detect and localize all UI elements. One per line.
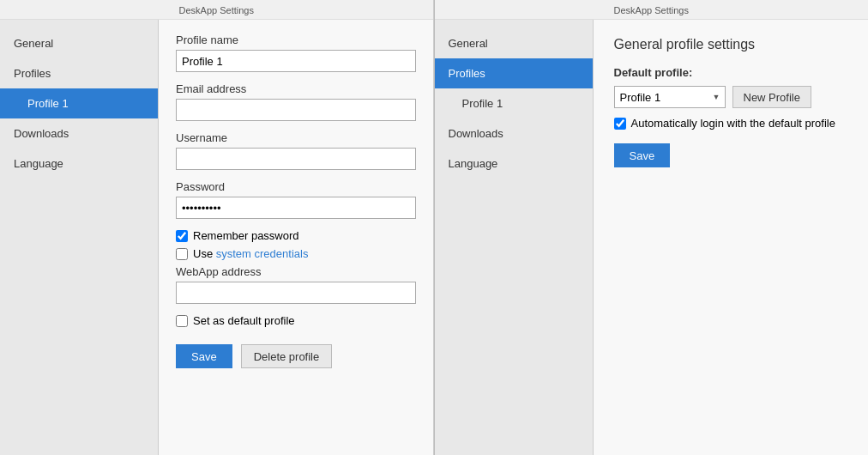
username-label: Username: [176, 131, 416, 144]
set-default-label: Set as default profile: [193, 314, 295, 327]
profile-form: Profile name Email address Username Pass…: [159, 20, 433, 455]
sidebar-item-downloads-label: Downloads: [14, 127, 69, 140]
auto-login-label: Automatically login with the default pro…: [631, 117, 835, 130]
right-sidebar-item-profile1[interactable]: Profile 1: [435, 88, 593, 118]
profile-select[interactable]: Profile 1: [614, 86, 726, 108]
profile-name-input[interactable]: [176, 50, 416, 72]
sidebar-item-language-label: Language: [14, 157, 63, 170]
username-input[interactable]: [176, 148, 416, 170]
auto-login-checkbox[interactable]: [614, 118, 626, 130]
right-sidebar-downloads-label: Downloads: [449, 127, 503, 140]
profile-name-group: Profile name: [176, 33, 416, 72]
new-profile-button[interactable]: New Profile: [732, 86, 811, 108]
right-sidebar-profiles-label: Profiles: [449, 67, 485, 80]
right-sidebar-general-label: General: [449, 37, 488, 50]
use-system-creds-checkbox[interactable]: [176, 248, 188, 260]
password-group: Password: [176, 180, 416, 219]
right-main-content: General profile settings Default profile…: [594, 20, 869, 455]
sidebar-item-profile1[interactable]: Profile 1: [0, 88, 158, 118]
right-sidebar-item-general[interactable]: General: [435, 28, 593, 58]
email-input[interactable]: [176, 99, 416, 121]
right-save-button[interactable]: Save: [614, 143, 671, 167]
delete-profile-button[interactable]: Delete profile: [241, 344, 333, 368]
right-top-bar-title: DeskApp Settings: [614, 5, 689, 15]
right-top-bar: DeskApp Settings: [435, 0, 869, 20]
section-title: General profile settings: [614, 37, 848, 52]
profile-select-wrapper: Profile 1: [614, 86, 726, 108]
webapp-input[interactable]: [176, 282, 416, 304]
right-content: General Profiles Profile 1 Downloads Lan…: [435, 20, 869, 455]
right-sidebar: General Profiles Profile 1 Downloads Lan…: [435, 20, 594, 455]
right-sidebar-profile1-label: Profile 1: [462, 97, 503, 110]
left-content: General Profiles Profile 1 Downloads Lan…: [0, 20, 433, 455]
sidebar-item-profiles[interactable]: Profiles: [0, 58, 158, 88]
email-label: Email address: [176, 82, 416, 95]
right-sidebar-language-label: Language: [449, 157, 498, 170]
left-sidebar: General Profiles Profile 1 Downloads Lan…: [0, 20, 159, 455]
profile-name-label: Profile name: [176, 33, 416, 46]
left-top-bar-title: DeskApp Settings: [179, 5, 254, 15]
right-sidebar-item-profiles[interactable]: Profiles: [435, 58, 593, 88]
sidebar-item-profile1-label: Profile 1: [27, 97, 69, 110]
left-panel: DeskApp Settings General Profiles Profil…: [0, 0, 434, 455]
username-group: Username: [176, 131, 416, 170]
system-label: system credentials: [216, 247, 309, 260]
set-default-row: Set as default profile: [176, 314, 416, 327]
remember-password-row: Remember password: [176, 229, 416, 242]
webapp-label: WebApp address: [176, 265, 416, 278]
form-buttons: Save Delete profile: [176, 344, 416, 368]
right-panel: DeskApp Settings General Profiles Profil…: [435, 0, 869, 455]
password-input[interactable]: [176, 197, 416, 219]
sidebar-item-general[interactable]: General: [0, 28, 158, 58]
sidebar-item-downloads[interactable]: Downloads: [0, 118, 158, 149]
webapp-group: WebApp address: [176, 265, 416, 304]
default-profile-label: Default profile:: [614, 66, 848, 79]
use-system-creds-row: Use system credentials: [176, 247, 416, 260]
password-label: Password: [176, 180, 416, 193]
save-button[interactable]: Save: [176, 344, 232, 368]
profile-select-row: Profile 1 New Profile: [614, 86, 848, 108]
auto-login-row: Automatically login with the default pro…: [614, 117, 848, 130]
set-default-checkbox[interactable]: [176, 315, 188, 327]
sidebar-item-general-label: General: [14, 37, 53, 50]
email-group: Email address: [176, 82, 416, 121]
right-sidebar-item-language[interactable]: Language: [435, 149, 593, 179]
left-top-bar: DeskApp Settings: [0, 0, 433, 20]
sidebar-item-language[interactable]: Language: [0, 149, 158, 179]
remember-password-label: Remember password: [193, 229, 299, 242]
right-sidebar-item-downloads[interactable]: Downloads: [435, 118, 593, 149]
sidebar-item-profiles-label: Profiles: [14, 67, 51, 80]
use-system-creds-label: Use system credentials: [193, 247, 308, 260]
remember-password-checkbox[interactable]: [176, 230, 188, 242]
